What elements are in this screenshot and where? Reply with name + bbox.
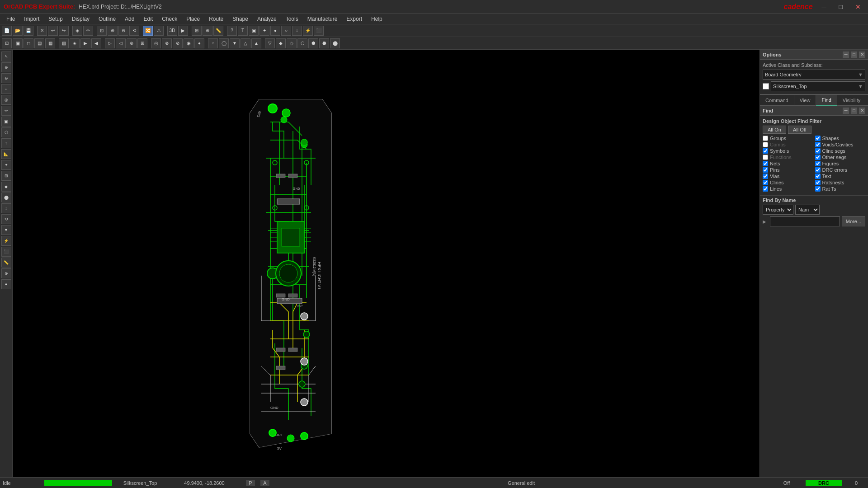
cline-segs-checkbox[interactable] xyxy=(815,148,821,154)
drc-errors-checkbox[interactable] xyxy=(815,167,821,173)
left-btn-12[interactable]: ⊞ xyxy=(1,171,11,181)
pcb-canvas-area[interactable]: DIN GND GND GND DOUT 5V HEX LIGHT V1 KSZ… xyxy=(13,50,760,477)
nets-label[interactable]: Nets xyxy=(770,161,780,166)
route-button[interactable]: 🔀 xyxy=(143,26,153,36)
find-text-input[interactable] xyxy=(770,216,840,226)
toolbar2-btn-9[interactable]: ◀ xyxy=(91,38,101,48)
left-btn-20[interactable]: 📏 xyxy=(1,258,11,267)
functions-checkbox[interactable] xyxy=(763,155,768,160)
menu-item-setup[interactable]: Setup xyxy=(44,15,67,23)
find-minimize-btn[interactable]: ─ xyxy=(843,108,849,114)
left-btn-3[interactable]: ⊖ xyxy=(1,73,11,83)
toolbar2-btn-17[interactable]: ◉ xyxy=(184,38,193,48)
clines-checkbox[interactable] xyxy=(763,180,768,185)
pins-checkbox[interactable] xyxy=(763,167,768,173)
3d-button[interactable]: 3D xyxy=(167,26,177,36)
menu-item-manufacture[interactable]: Manufacture xyxy=(303,15,342,23)
left-btn-21[interactable]: ⊗ xyxy=(1,268,11,278)
groups-checkbox[interactable] xyxy=(763,136,768,141)
left-select-btn[interactable]: ↖ xyxy=(1,52,11,61)
toolbar2-btn-25[interactable]: ◆ xyxy=(276,38,286,48)
ratsnests-checkbox[interactable] xyxy=(815,180,821,185)
toolbar2-btn-2[interactable]: ▣ xyxy=(13,38,23,48)
menu-item-place[interactable]: Place xyxy=(182,15,204,23)
left-btn-10[interactable]: 📐 xyxy=(1,149,11,159)
toolbar2-btn-26[interactable]: ◇ xyxy=(287,38,297,48)
highlight-button[interactable]: ⚡ xyxy=(303,26,313,36)
left-btn-18[interactable]: ⚡ xyxy=(1,236,11,246)
toolbar2-btn-11[interactable]: ◁ xyxy=(116,38,126,48)
left-btn-6[interactable]: ✏ xyxy=(1,106,11,116)
zoom-out-button[interactable]: ⊖ xyxy=(118,26,128,36)
toolbar2-btn-8[interactable]: ▶ xyxy=(80,38,90,48)
tab-view[interactable]: View xyxy=(794,95,816,106)
component-button[interactable]: ▣ xyxy=(249,26,259,36)
menu-item-help[interactable]: Help xyxy=(367,15,387,23)
toolbar2-btn-4[interactable]: ▤ xyxy=(34,38,44,48)
menu-item-shape[interactable]: Shape xyxy=(228,15,253,23)
all-off-button[interactable]: All Off xyxy=(788,126,811,134)
toolbar2-btn-28[interactable]: ⬢ xyxy=(308,38,318,48)
toolbar2-btn-16[interactable]: ⊘ xyxy=(173,38,183,48)
other-segs-label[interactable]: Other segs xyxy=(822,155,847,160)
vias-checkbox[interactable] xyxy=(763,174,768,179)
left-btn-14[interactable]: ⬤ xyxy=(1,192,11,202)
left-btn-16[interactable]: ⟲ xyxy=(1,214,11,224)
left-btn-5[interactable]: ◎ xyxy=(1,95,11,105)
rat-ts-label[interactable]: Rat Ts xyxy=(822,186,836,192)
cline-segs-label[interactable]: Cline segs xyxy=(822,148,845,154)
menu-item-add[interactable]: Add xyxy=(120,15,139,23)
left-btn-22[interactable]: ● xyxy=(1,279,11,289)
other-segs-checkbox[interactable] xyxy=(815,155,821,160)
left-btn-19[interactable]: ⬛ xyxy=(1,247,11,257)
save-button[interactable]: 💾 xyxy=(24,26,33,36)
toolbar2-btn-30[interactable]: ⬤ xyxy=(330,38,340,48)
toolbar2-btn-21[interactable]: ▼ xyxy=(230,38,240,48)
options-minimize-btn[interactable]: ─ xyxy=(843,52,849,58)
fill-button[interactable]: ⬛ xyxy=(314,26,324,36)
toolbar2-btn-18[interactable]: ● xyxy=(194,38,204,48)
voids-label[interactable]: Voids/Cavities xyxy=(822,142,854,147)
find-property-select[interactable]: Property Net Ref Des xyxy=(763,205,793,215)
left-btn-13[interactable]: ◆ xyxy=(1,182,11,192)
left-btn-2[interactable]: ⊕ xyxy=(1,62,11,72)
menu-item-check[interactable]: Check xyxy=(157,15,182,23)
measure-button[interactable]: 📏 xyxy=(213,26,223,36)
zoom-in-button[interactable]: ⊕ xyxy=(108,26,118,36)
toolbar2-btn-19[interactable]: ○ xyxy=(208,38,218,48)
menu-item-tools[interactable]: Tools xyxy=(281,15,303,23)
toolbar2-btn-12[interactable]: ⊕ xyxy=(127,38,137,48)
pad-button[interactable]: ● xyxy=(270,26,280,36)
shapes-checkbox[interactable] xyxy=(815,136,821,141)
comps-label[interactable]: Comps xyxy=(770,142,786,147)
figures-label[interactable]: Figures xyxy=(822,161,839,166)
left-btn-15[interactable]: ↕ xyxy=(1,203,11,213)
nets-checkbox[interactable] xyxy=(763,161,768,166)
find-more-button[interactable]: More... xyxy=(842,216,865,226)
toolbar2-btn-20[interactable]: ◯ xyxy=(219,38,229,48)
redo-button[interactable]: ↪ xyxy=(59,26,69,36)
symbols-label[interactable]: Symbols xyxy=(770,148,789,154)
grid-button[interactable]: ⊞ xyxy=(192,26,202,36)
left-btn-11[interactable]: ✦ xyxy=(1,160,11,170)
menu-item-export[interactable]: Export xyxy=(342,15,367,23)
all-on-button[interactable]: All On xyxy=(763,126,786,134)
text-button[interactable]: T xyxy=(238,26,248,36)
left-btn-8[interactable]: ⬡ xyxy=(1,127,11,137)
tab-visibility[interactable]: Visibility xyxy=(837,95,867,106)
open-button[interactable]: 📂 xyxy=(13,26,23,36)
lines-checkbox[interactable] xyxy=(763,186,768,192)
toolbar2-btn-14[interactable]: ◎ xyxy=(151,38,161,48)
route-interactive[interactable]: ↕ xyxy=(292,26,302,36)
find-restore-btn[interactable]: □ xyxy=(851,108,857,114)
simulation-button[interactable]: ▶ xyxy=(178,26,188,36)
undo-button[interactable]: ↩ xyxy=(48,26,58,36)
via-button[interactable]: ○ xyxy=(281,26,291,36)
voids-checkbox[interactable] xyxy=(815,142,821,147)
toolbar2-btn-6[interactable]: ▧ xyxy=(59,38,69,48)
drc-errors-label[interactable]: DRC errors xyxy=(822,167,848,173)
toolbar2-btn-10[interactable]: ▷ xyxy=(105,38,115,48)
functions-label[interactable]: Functions xyxy=(770,155,792,160)
left-btn-17[interactable]: ▼ xyxy=(1,225,11,235)
find-close-btn[interactable]: ✕ xyxy=(859,108,865,114)
